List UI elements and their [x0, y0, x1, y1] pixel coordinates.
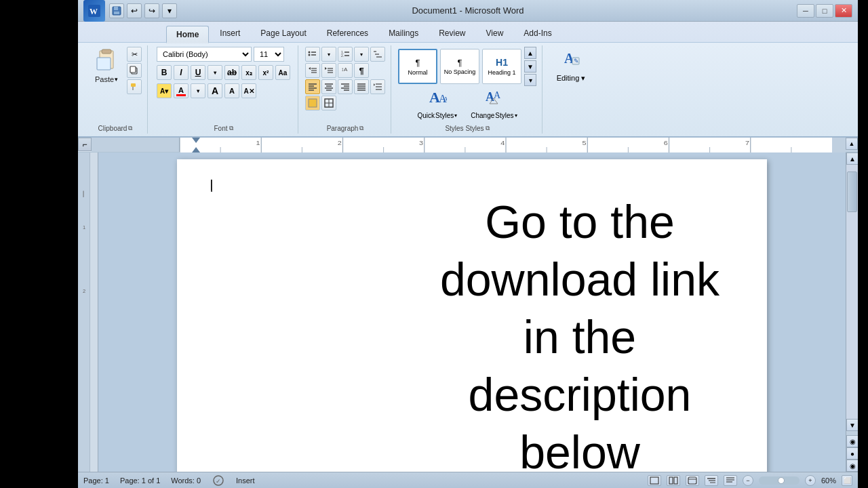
show-hide-button[interactable]: ¶: [354, 63, 369, 78]
tab-references[interactable]: References: [317, 24, 378, 42]
select-browse-button[interactable]: ●: [846, 447, 858, 460]
italic-button[interactable]: I: [174, 65, 189, 80]
style-no-spacing[interactable]: ¶ No Spacing: [440, 49, 479, 84]
paste-button[interactable]: Paste ▾: [89, 47, 124, 85]
ruler-scroll-btn[interactable]: ▲: [846, 138, 858, 150]
svg-text:✓: ✓: [216, 478, 221, 485]
font-size-select[interactable]: 11: [254, 47, 284, 62]
document-page[interactable]: [177, 159, 767, 472]
tab-home[interactable]: Home: [166, 26, 209, 43]
bullets-dropdown[interactable]: ▾: [321, 47, 336, 62]
bullets-button[interactable]: [305, 47, 320, 62]
svg-text:2: 2: [338, 140, 342, 146]
paste-icon: [94, 48, 119, 75]
save-button[interactable]: [109, 3, 124, 18]
font-small-button[interactable]: A: [224, 83, 239, 98]
numbering-button[interactable]: 1. 2.: [338, 47, 353, 62]
styles-group: ¶ Normal ¶ No Spacing H1 Heading 1: [393, 45, 542, 134]
font-family-select[interactable]: Calibri (Body): [157, 47, 252, 62]
insert-mode[interactable]: Insert: [236, 476, 255, 485]
underline-dropdown[interactable]: ▾: [208, 65, 222, 80]
editing-label-text[interactable]: Editing ▾: [557, 74, 586, 83]
style-heading1[interactable]: H1 Heading 1: [482, 49, 521, 84]
cut-button[interactable]: ✂: [127, 47, 142, 62]
editing-group: A ✎ Editing ▾: [544, 45, 598, 134]
quick-styles-dropdown[interactable]: ▾: [454, 113, 457, 119]
redo-button[interactable]: ↪: [144, 3, 159, 18]
change-styles-dropdown[interactable]: ▾: [515, 113, 517, 119]
justify-button[interactable]: [354, 79, 369, 94]
minimize-button[interactable]: ─: [797, 4, 814, 18]
outline-button[interactable]: [705, 475, 718, 486]
clipboard-expander[interactable]: ⧉: [128, 125, 132, 132]
style-normal[interactable]: ¶ Normal: [398, 49, 437, 84]
full-reading-button[interactable]: [667, 475, 680, 486]
zoom-out-button[interactable]: −: [743, 475, 753, 486]
strikethrough-button[interactable]: ab: [224, 65, 239, 80]
undo-button[interactable]: ↩: [127, 3, 142, 18]
tab-view[interactable]: View: [477, 24, 513, 42]
next-page-button[interactable]: ◉: [846, 460, 858, 472]
styles-scroll: ▲ ▼ ▾: [524, 47, 536, 86]
zoom-slider[interactable]: [759, 476, 800, 485]
align-left-button[interactable]: [305, 79, 320, 94]
tab-mailings[interactable]: Mailings: [379, 24, 428, 42]
zoom-thumb[interactable]: [778, 477, 785, 484]
draft-button[interactable]: [724, 475, 737, 486]
fit-page-button[interactable]: ⬜: [842, 475, 852, 486]
svg-text:5: 5: [582, 140, 587, 146]
scroll-track[interactable]: [846, 165, 858, 419]
font-color-button[interactable]: A: [174, 83, 189, 98]
align-right-button[interactable]: [338, 79, 353, 94]
styles-expander[interactable]: ⧉: [486, 125, 490, 132]
tab-page-layout[interactable]: Page Layout: [251, 24, 315, 42]
font-large-button[interactable]: A: [208, 83, 222, 98]
close-button[interactable]: ✕: [835, 4, 852, 18]
clear-format-button[interactable]: A✕: [241, 83, 256, 98]
align-center-button[interactable]: [321, 79, 336, 94]
web-layout-button[interactable]: [686, 475, 699, 486]
prev-page-button[interactable]: ◉: [846, 435, 858, 447]
font-color-dropdown[interactable]: ▾: [191, 83, 205, 98]
borders-button[interactable]: [321, 96, 336, 110]
sort-button[interactable]: ↕A: [338, 63, 353, 78]
zoom-in-button[interactable]: +: [805, 475, 816, 486]
paragraph-expander[interactable]: ⧉: [359, 125, 363, 132]
decrease-indent-button[interactable]: [305, 63, 320, 78]
change-styles-label2: Styles: [495, 112, 513, 119]
svg-rect-4: [114, 12, 119, 14]
bold-button[interactable]: B: [157, 65, 172, 80]
spell-check-icon[interactable]: ✓: [212, 475, 225, 486]
styles-scroll-up[interactable]: ▲: [524, 47, 536, 59]
change-case-button[interactable]: Aa: [275, 65, 290, 80]
tab-review[interactable]: Review: [429, 24, 475, 42]
styles-scroll-down[interactable]: ▼: [524, 60, 536, 73]
copy-button[interactable]: [127, 63, 142, 78]
styles-more[interactable]: ▾: [524, 74, 536, 86]
maximize-button[interactable]: □: [816, 4, 833, 18]
tab-marker[interactable]: ⌐: [78, 138, 92, 151]
subscript-button[interactable]: x₂: [241, 65, 256, 80]
scroll-thumb[interactable]: [847, 171, 857, 212]
shading-button[interactable]: [305, 96, 320, 110]
multilevel-list-button[interactable]: [370, 47, 385, 62]
quick-styles-button[interactable]: A A A Quick Styles ▾: [413, 86, 461, 122]
numbering-dropdown[interactable]: ▾: [354, 47, 369, 62]
increase-indent-button[interactable]: [321, 63, 336, 78]
highlight-button[interactable]: A▾: [157, 83, 172, 98]
scroll-up-button[interactable]: ▲: [846, 152, 858, 165]
document-area[interactable]: Go to the download link in the descripti…: [98, 152, 846, 472]
font-expander[interactable]: ⧉: [229, 125, 233, 132]
line-spacing-button[interactable]: [370, 79, 385, 94]
change-styles-button[interactable]: A A Change Styles ▾: [467, 86, 521, 122]
format-painter-button[interactable]: [127, 79, 142, 94]
underline-button[interactable]: U: [191, 65, 205, 80]
superscript-button[interactable]: x²: [258, 65, 273, 80]
scroll-down-button[interactable]: ▼: [846, 419, 858, 431]
tab-add-ins[interactable]: Add-Ins: [514, 24, 561, 42]
paste-dropdown[interactable]: ▾: [115, 76, 118, 83]
print-layout-button[interactable]: [648, 475, 661, 486]
svg-rect-7: [97, 58, 111, 70]
customize-quick-access[interactable]: ▾: [162, 3, 177, 18]
tab-insert[interactable]: Insert: [210, 24, 250, 42]
